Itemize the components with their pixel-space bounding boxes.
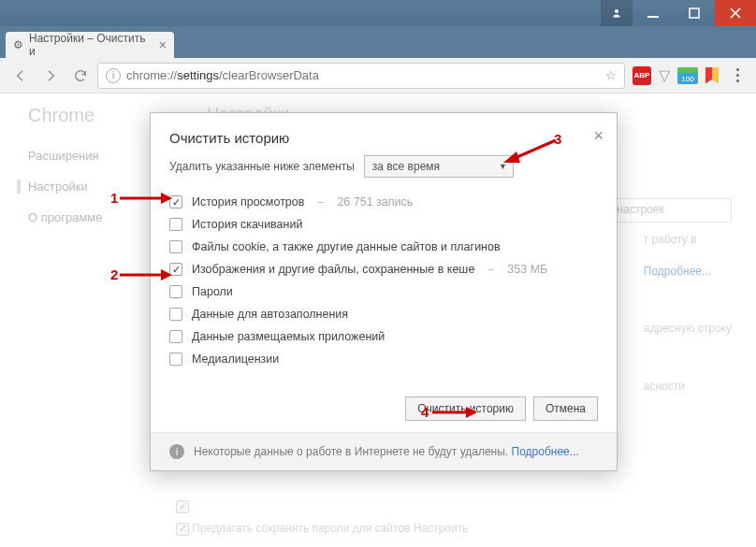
svg-marker-9 [466, 407, 477, 418]
time-range-label: Удалить указанные ниже элементы [169, 160, 355, 173]
option-row: Пароли [169, 281, 598, 303]
checkbox[interactable] [169, 285, 182, 298]
svg-line-6 [513, 140, 556, 159]
checkbox[interactable] [169, 330, 182, 343]
option-suffix: 353 МБ [507, 263, 547, 276]
option-label: Изображения и другие файлы, сохраненные … [192, 263, 474, 276]
svg-marker-3 [161, 193, 172, 204]
option-label: Файлы cookie, а также другие данные сайт… [192, 240, 501, 253]
option-label: Данные для автозаполнения [192, 308, 348, 321]
option-row: Файлы cookie, а также другие данные сайт… [169, 236, 598, 258]
option-label: История просмотров [192, 195, 304, 209]
learn-more-link[interactable]: Подробнее... [512, 445, 579, 458]
modal-overlay: Очистить историю × Удалить указанные ниж… [0, 0, 756, 547]
option-row: Изображения и другие файлы, сохраненные … [169, 258, 598, 281]
option-row: Данные для автозаполнения [169, 303, 598, 325]
checkbox[interactable] [169, 218, 182, 231]
checkbox[interactable] [169, 353, 182, 366]
option-row: Данные размещаемых приложений [169, 325, 598, 348]
dialog-close-button[interactable]: × [593, 126, 603, 146]
annotation-4: 4 [421, 404, 429, 420]
checkbox[interactable] [169, 308, 182, 321]
svg-marker-7 [503, 151, 520, 163]
option-label: История скачиваний [192, 218, 302, 231]
time-range-select[interactable]: за все время [364, 155, 514, 178]
option-suffix: 26 751 запись [337, 195, 413, 209]
option-label: Данные размещаемых приложений [192, 330, 385, 343]
clear-history-dialog: Очистить историю × Удалить указанные ниж… [150, 112, 618, 471]
svg-marker-5 [161, 269, 172, 281]
option-label: Пароли [192, 285, 233, 298]
annotation-2: 2 [110, 266, 118, 282]
dialog-footer: i Некоторые данные о работе в Интернете … [151, 432, 617, 470]
checkbox[interactable] [169, 240, 182, 253]
option-row: История просмотров–26 751 запись [169, 191, 598, 213]
dialog-title: Очистить историю [169, 130, 289, 146]
option-label: Медиалицензии [192, 353, 279, 366]
option-row: Медиалицензии [169, 348, 598, 370]
annotation-1: 1 [110, 190, 118, 206]
info-icon: i [169, 444, 184, 459]
option-row: История скачиваний [169, 213, 598, 236]
cancel-button[interactable]: Отмена [533, 396, 598, 421]
